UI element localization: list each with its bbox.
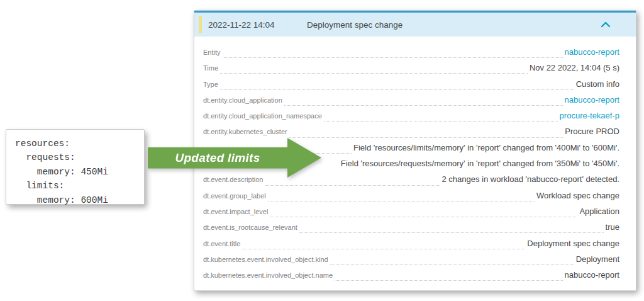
dotted-leader: [324, 121, 558, 122]
property-key: dt.event.is_rootcause_relevant: [203, 224, 297, 231]
property-value-link[interactable]: procure-tekaef-p: [560, 111, 619, 120]
property-value: Field 'resources/requests/memory' in 're…: [341, 159, 619, 168]
dotted-leader: [265, 185, 440, 186]
property-value: true: [606, 222, 619, 232]
screenshot-canvas: resources: requests: memory: 450Mi limit…: [0, 0, 644, 301]
property-value: Application: [579, 207, 619, 216]
property-value-link[interactable]: nabucco-report: [565, 47, 619, 57]
dotted-leader: [270, 217, 577, 217]
dotted-leader: [268, 201, 535, 202]
property-value: Deployment spec change: [527, 239, 619, 248]
updated-limits-arrow: Updated limits: [148, 137, 321, 178]
property-key: dt.entity.kubernetes_cluster: [203, 128, 287, 135]
event-title: Deployment spec change: [307, 20, 402, 30]
property-key: dt.kubernetes.event.involved_object.kind: [203, 256, 328, 263]
arrow-label: Updated limits: [148, 137, 287, 178]
property-row: dt.entity.cloud_application_namespacepro…: [203, 111, 619, 127]
dotted-leader: [220, 73, 528, 74]
property-row: dt.entity.cloud_applicationnabucco-repor…: [203, 95, 619, 111]
dotted-leader: [299, 232, 604, 233]
property-key: dt.kubernetes.event.involved_object.name: [203, 271, 333, 279]
property-row: dt.kubernetes.event.involved_object.name…: [203, 270, 619, 286]
property-value-link[interactable]: nabucco-report: [565, 95, 619, 105]
property-value: Field 'resources/limits/memory' in 'repo…: [353, 143, 619, 152]
dotted-leader: [220, 89, 574, 90]
property-row: dt.kubernetes.event.involved_object.kind…: [203, 254, 619, 270]
property-key: dt.entity.cloud_application_namespace: [203, 112, 322, 120]
property-value: Workload spec change: [536, 191, 619, 200]
dotted-leader: [335, 280, 562, 281]
property-value: Custom info: [576, 79, 619, 89]
property-row: Entitynabucco-report: [203, 47, 619, 63]
property-value: Nov 22 2022, 14:04 (5 s): [530, 63, 619, 72]
property-value: 2 changes in workload 'nabucco-report' d…: [442, 174, 619, 184]
property-key: Time: [203, 64, 218, 72]
dotted-leader: [330, 264, 574, 265]
property-key: dt.event.impact_level: [203, 208, 268, 215]
event-severity-marker: [199, 16, 202, 33]
property-key: dt.entity.cloud_application: [203, 96, 282, 104]
property-key: dt.event.title: [203, 240, 240, 247]
property-row: TimeNov 22 2022, 14:04 (5 s): [203, 63, 619, 79]
property-value: Deployment: [576, 254, 619, 264]
property-row: TypeCustom info: [203, 79, 619, 95]
property-row: dt.event.group_labelWorkload spec change: [203, 191, 619, 207]
property-row: dt.event.impact_levelApplication: [203, 207, 619, 222]
collapse-button[interactable]: [601, 21, 611, 28]
event-header[interactable]: 2022-11-22 14:04 Deployment spec change: [194, 11, 636, 37]
event-timestamp: 2022-11-22 14:04: [208, 20, 307, 30]
yaml-snippet: resources: requests: memory: 450Mi limit…: [6, 129, 145, 205]
chevron-up-icon: [601, 21, 611, 28]
property-key: dt.event.group_label: [203, 192, 266, 200]
dotted-leader: [284, 105, 563, 106]
property-key: Entity: [203, 48, 221, 56]
property-value: Procure PROD: [565, 127, 619, 136]
property-row: dt.event.titleDeployment spec change: [203, 239, 619, 254]
property-value: nabucco-report: [565, 270, 619, 280]
property-row: dt.event.is_rootcause_relevanttrue: [203, 222, 619, 238]
dotted-leader: [242, 249, 525, 249]
dotted-leader: [289, 137, 564, 138]
property-key: Type: [203, 81, 218, 88]
dotted-leader: [223, 57, 563, 58]
